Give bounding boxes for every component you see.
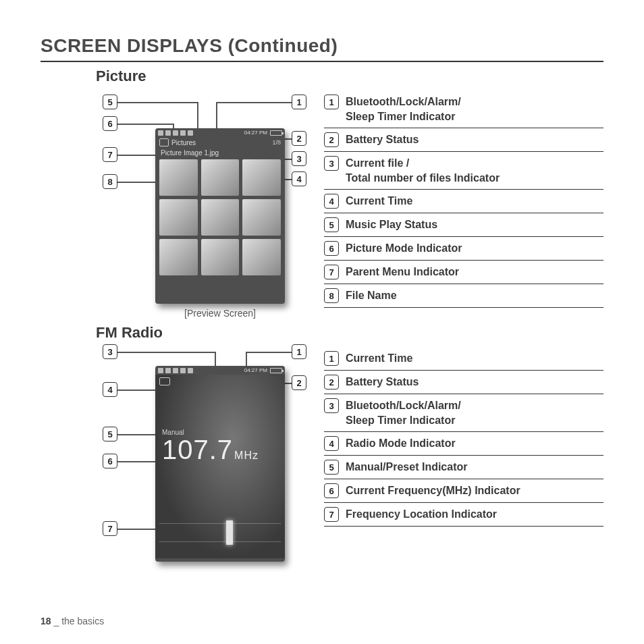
callout-5: 5: [103, 95, 117, 109]
legend-row: 4Radio Mode Indicator: [324, 432, 603, 456]
legend-label: Current Time: [346, 351, 412, 366]
legend-row: 8File Name: [324, 284, 603, 308]
legend-row: 3Current file /Total number of files Ind…: [324, 152, 603, 190]
radio-device: 04:27 PM Manual 107.7MHz: [155, 366, 285, 562]
legend-row: 1Current Time: [324, 347, 603, 371]
legend-number: 8: [324, 288, 339, 303]
legend-label: Battery Status: [346, 132, 419, 147]
thumbnail-grid: [155, 159, 285, 279]
legend-label: Radio Mode Indicator: [346, 436, 456, 451]
legend-number: 2: [324, 132, 339, 147]
picture-mode-icon: [159, 138, 169, 146]
thumbnail: [159, 239, 198, 275]
legend-number: 3: [324, 156, 339, 171]
callout-6: 6: [103, 454, 117, 468]
status-time: 04:27 PM: [244, 367, 267, 373]
legend-label: Music Play Status: [346, 217, 437, 232]
status-time: 04:27 PM: [244, 130, 267, 136]
thumbnail: [201, 199, 240, 236]
legend-label: Picture Mode Indicator: [346, 241, 462, 256]
legend-row: 7Frequency Location Indicator: [324, 503, 603, 527]
legend-label: Battery Status: [346, 375, 419, 390]
frequency-unit: MHz: [234, 450, 259, 461]
section-title-radio: FM Radio: [96, 324, 603, 342]
device-caption: [Preview Screen]: [155, 308, 285, 319]
battery-icon: [270, 368, 282, 373]
callout-7: 7: [103, 521, 117, 536]
parent-menu-label: Pictures: [171, 139, 196, 146]
file-counter: 1/8: [272, 139, 281, 146]
radio-legend: 1Current Time2Battery Status3Bluetooth/L…: [324, 347, 603, 576]
thumbnail: [242, 199, 281, 236]
bluetooth-icon: [165, 130, 171, 136]
callout-1: 1: [292, 95, 306, 109]
legend-row: 6Picture Mode Indicator: [324, 237, 603, 261]
legend-label: Bluetooth/Lock/Alarm/Sleep Timer Indicat…: [346, 398, 461, 427]
legend-row: 3Bluetooth/Lock/Alarm/Sleep Timer Indica…: [324, 394, 603, 432]
thumbnail: [159, 159, 198, 196]
callout-8: 8: [103, 174, 117, 189]
page-number: 18: [41, 616, 51, 626]
legend-row: 1Bluetooth/Lock/Alarm/Sleep Timer Indica…: [324, 90, 603, 128]
legend-number: 4: [324, 194, 339, 209]
legend-number: 4: [324, 436, 339, 451]
radio-status-icon: [158, 368, 163, 373]
section-title-picture: Picture: [96, 68, 603, 85]
page-title: SCREEN DISPLAYS (Continued): [41, 35, 603, 62]
footer-section: the basics: [61, 616, 104, 626]
status-bar: 04:27 PM: [155, 366, 285, 375]
alarm-icon: [180, 130, 186, 136]
callout-4: 4: [292, 171, 306, 186]
bluetooth-icon: [165, 368, 171, 373]
legend-label: Frequency Location Indicator: [346, 507, 497, 522]
thumbnail: [242, 239, 281, 275]
legend-row: 6Current Frequency(MHz) Indicator: [324, 479, 603, 503]
callout-6: 6: [103, 116, 117, 131]
lock-icon: [173, 130, 178, 136]
legend-label: Manual/Preset Indicator: [346, 460, 468, 475]
callout-1: 1: [292, 344, 306, 359]
callout-7: 7: [103, 147, 117, 162]
page-footer: 18 _ the basics: [41, 616, 104, 626]
frequency-display: 107.7MHz: [155, 436, 285, 463]
legend-row: 7Parent Menu Indicator: [324, 261, 603, 284]
filename-label: Picture Image 1.jpg: [155, 148, 285, 159]
legend-row: 4Current Time: [324, 190, 603, 213]
legend-label: File Name: [346, 288, 397, 303]
legend-label: Current Frequency(MHz) Indicator: [346, 483, 520, 498]
thumbnail: [159, 199, 198, 236]
legend-number: 7: [324, 507, 339, 522]
lock-icon: [173, 368, 178, 373]
picture-device: 04:27 PM Pictures 1/8 Picture Image 1.jp…: [155, 128, 285, 304]
legend-number: 6: [324, 241, 339, 256]
legend-label: Bluetooth/Lock/Alarm/Sleep Timer Indicat…: [346, 95, 461, 124]
legend-label: Current Time: [346, 194, 412, 209]
legend-number: 5: [324, 460, 339, 475]
frequency-value: 107.7: [162, 435, 233, 464]
frequency-marker: [226, 520, 233, 545]
callout-4: 4: [103, 382, 117, 397]
alarm-icon: [180, 368, 186, 373]
callout-3: 3: [292, 151, 306, 166]
legend-label: Current file /Total number of files Indi…: [346, 156, 500, 185]
thumbnail: [242, 159, 281, 196]
legend-number: 7: [324, 265, 339, 279]
legend-number: 6: [324, 483, 339, 498]
status-bar: 04:27 PM: [155, 128, 285, 137]
legend-row: 5Manual/Preset Indicator: [324, 456, 603, 479]
legend-row: 2Battery Status: [324, 128, 603, 152]
legend-number: 3: [324, 398, 339, 413]
legend-row: 5Music Play Status: [324, 213, 603, 237]
callout-5: 5: [103, 427, 117, 441]
sleep-icon: [188, 368, 193, 373]
callout-3: 3: [103, 344, 117, 359]
legend-number: 5: [324, 217, 339, 232]
legend-label: Parent Menu Indicator: [346, 265, 459, 279]
picture-legend: 1Bluetooth/Lock/Alarm/Sleep Timer Indica…: [324, 90, 603, 320]
callout-2: 2: [292, 375, 306, 390]
legend-number: 1: [324, 351, 339, 366]
thumbnail: [201, 239, 240, 275]
frequency-dial: [159, 523, 281, 542]
legend-number: 2: [324, 375, 339, 390]
legend-number: 1: [324, 95, 339, 109]
